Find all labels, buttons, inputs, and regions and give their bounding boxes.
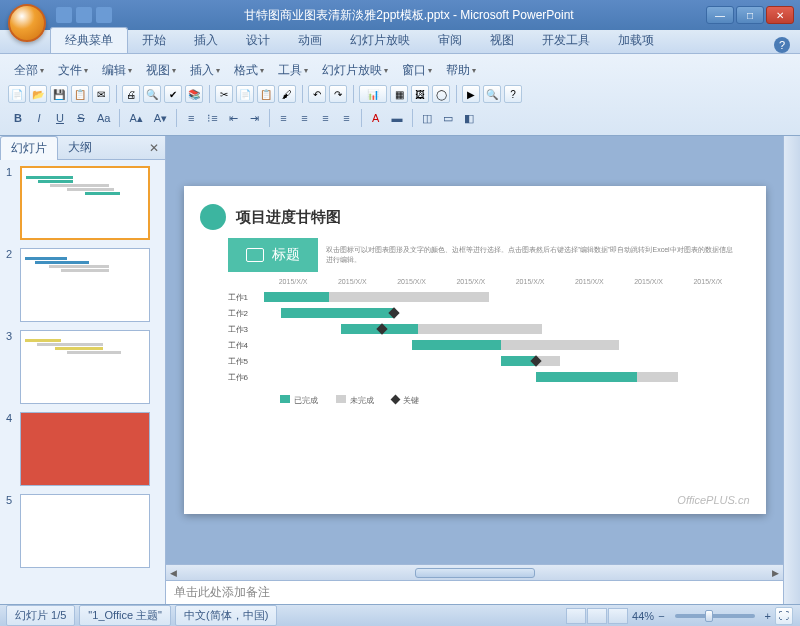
align-right-icon[interactable]: ≡ <box>316 108 336 128</box>
font-color-icon[interactable]: A <box>366 108 386 128</box>
shapes-icon[interactable]: ◯ <box>432 85 450 103</box>
save-icon[interactable]: 💾 <box>50 85 68 103</box>
slide-canvas[interactable]: 项目进度甘特图 标题 双击图标可以对图表图形及文字的颜色、边框等进行选择。点击图… <box>166 136 783 564</box>
print-icon[interactable]: 🖨 <box>122 85 140 103</box>
outline-close-icon[interactable]: ✕ <box>149 141 159 155</box>
underline-button[interactable]: U <box>50 108 70 128</box>
zoom-icon[interactable]: 🔍 <box>483 85 501 103</box>
fontcase-button[interactable]: Aa <box>92 108 115 128</box>
book-icon <box>246 248 264 262</box>
new-icon[interactable]: 📄 <box>8 85 26 103</box>
qat-redo-icon[interactable] <box>96 7 112 23</box>
tab-developer[interactable]: 开发工具 <box>528 28 604 53</box>
gantt-chart[interactable]: 2015/X/X 2015/X/X 2015/X/X 2015/X/X 2015… <box>228 278 738 406</box>
tab-slideshow[interactable]: 幻灯片放映 <box>336 28 424 53</box>
outdent-icon[interactable]: ⇤ <box>224 108 244 128</box>
italic-button[interactable]: I <box>29 108 49 128</box>
menu-window[interactable]: 窗口▾ <box>396 60 438 81</box>
indent-icon[interactable]: ⇥ <box>245 108 265 128</box>
tab-view[interactable]: 视图 <box>476 28 528 53</box>
highlight-icon[interactable]: ▬ <box>387 108 408 128</box>
align-left-icon[interactable]: ≡ <box>274 108 294 128</box>
tab-classic-menu[interactable]: 经典菜单 <box>50 27 128 53</box>
help-icon[interactable]: ? <box>774 37 790 53</box>
tab-home[interactable]: 开始 <box>128 28 180 53</box>
menu-format[interactable]: 格式▾ <box>228 60 270 81</box>
menu-all[interactable]: 全部▾ <box>8 60 50 81</box>
subtitle-text[interactable]: 双击图标可以对图表图形及文字的颜色、边框等进行选择。点击图表然后右键选择"编辑数… <box>326 245 738 265</box>
paste-icon[interactable]: 📋 <box>257 85 275 103</box>
minimize-button[interactable]: — <box>706 6 734 24</box>
office-button[interactable] <box>8 4 46 42</box>
slide[interactable]: 项目进度甘特图 标题 双击图标可以对图表图形及文字的颜色、边框等进行选择。点击图… <box>184 186 766 514</box>
zoom-out-button[interactable]: − <box>658 610 664 622</box>
qat-save-icon[interactable] <box>56 7 72 23</box>
tab-review[interactable]: 审阅 <box>424 28 476 53</box>
title-box[interactable]: 标题 <box>228 238 318 272</box>
align-center-icon[interactable]: ≡ <box>295 108 315 128</box>
close-button[interactable]: ✕ <box>766 6 794 24</box>
numbering-icon[interactable]: ⁝≡ <box>202 108 222 128</box>
gantt-task-label: 工作2 <box>228 308 264 319</box>
chart-icon[interactable]: 📊 <box>359 85 387 103</box>
grow-font-icon[interactable]: A▴ <box>124 108 147 128</box>
notes-pane[interactable]: 单击此处添加备注 <box>166 580 783 604</box>
tab-design[interactable]: 设计 <box>232 28 284 53</box>
help-tb-icon[interactable]: ? <box>504 85 522 103</box>
slideshow-icon[interactable]: ▶ <box>462 85 480 103</box>
zoom-in-button[interactable]: + <box>765 610 771 622</box>
menu-file[interactable]: 文件▾ <box>52 60 94 81</box>
bold-button[interactable]: B <box>8 108 28 128</box>
undo-icon[interactable]: ↶ <box>308 85 326 103</box>
thumbnail-1[interactable] <box>20 166 150 240</box>
redo-icon[interactable]: ↷ <box>329 85 347 103</box>
view-normal-icon[interactable] <box>566 608 586 624</box>
shrink-font-icon[interactable]: A▾ <box>149 108 172 128</box>
outline-tab-slides[interactable]: 幻灯片 <box>0 136 58 160</box>
slide-title[interactable]: 项目进度甘特图 <box>236 208 341 227</box>
saveas-icon[interactable]: 📋 <box>71 85 89 103</box>
menu-help[interactable]: 帮助▾ <box>440 60 482 81</box>
strike-button[interactable]: S <box>71 108 91 128</box>
table-icon[interactable]: ▦ <box>390 85 408 103</box>
copy-icon[interactable]: 📄 <box>236 85 254 103</box>
thumbnail-4[interactable] <box>20 412 150 486</box>
bullets-icon[interactable]: ≡ <box>181 108 201 128</box>
picture-icon[interactable]: 🖼 <box>411 85 429 103</box>
menu-slideshow[interactable]: 幻灯片放映▾ <box>316 60 394 81</box>
gantt-task-label: 工作6 <box>228 372 264 383</box>
menu-tools[interactable]: 工具▾ <box>272 60 314 81</box>
maximize-button[interactable]: □ <box>736 6 764 24</box>
tab-insert[interactable]: 插入 <box>180 28 232 53</box>
thumbnail-5[interactable] <box>20 494 150 568</box>
design-icon[interactable]: ◧ <box>459 108 479 128</box>
justify-icon[interactable]: ≡ <box>337 108 357 128</box>
status-language[interactable]: 中文(简体，中国) <box>175 605 277 626</box>
tab-animations[interactable]: 动画 <box>284 28 336 53</box>
research-icon[interactable]: 📚 <box>185 85 203 103</box>
open-icon[interactable]: 📂 <box>29 85 47 103</box>
layout-icon[interactable]: ▭ <box>438 108 458 128</box>
menu-insert[interactable]: 插入▾ <box>184 60 226 81</box>
tab-addins[interactable]: 加载项 <box>604 28 668 53</box>
thumbnail-2[interactable] <box>20 248 150 322</box>
view-slideshow-icon[interactable] <box>608 608 628 624</box>
new-slide-icon[interactable]: ◫ <box>417 108 437 128</box>
horizontal-scrollbar[interactable]: ◀ ▶ <box>166 564 783 580</box>
cut-icon[interactable]: ✂ <box>215 85 233 103</box>
mail-icon[interactable]: ✉ <box>92 85 110 103</box>
menu-view[interactable]: 视图▾ <box>140 60 182 81</box>
zoom-value[interactable]: 44% <box>632 610 654 622</box>
view-sorter-icon[interactable] <box>587 608 607 624</box>
preview-icon[interactable]: 🔍 <box>143 85 161 103</box>
spell-icon[interactable]: ✔ <box>164 85 182 103</box>
outline-tab-outline[interactable]: 大纲 <box>58 136 102 159</box>
zoom-slider[interactable] <box>675 614 755 618</box>
menu-edit[interactable]: 编辑▾ <box>96 60 138 81</box>
gantt-task-label: 工作1 <box>228 292 264 303</box>
fit-window-icon[interactable]: ⛶ <box>775 607 793 625</box>
vertical-scrollbar[interactable] <box>783 136 800 604</box>
format-painter-icon[interactable]: 🖌 <box>278 85 296 103</box>
qat-undo-icon[interactable] <box>76 7 92 23</box>
thumbnail-3[interactable] <box>20 330 150 404</box>
